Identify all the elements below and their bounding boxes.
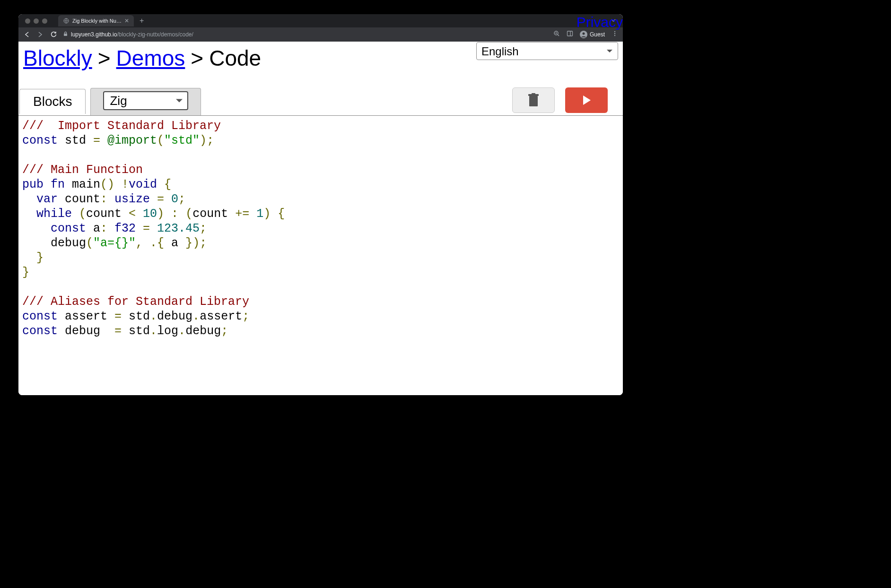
url-domain: lupyuen3.github.io [71, 31, 117, 38]
code-token: ; [242, 310, 249, 323]
lock-icon [63, 31, 68, 38]
code-token: 123.45 [157, 222, 200, 235]
svg-point-7 [614, 31, 615, 32]
code-token: while [36, 207, 72, 221]
guest-label: Guest [590, 31, 605, 38]
breadcrumb-current: Code [209, 45, 261, 71]
code-token: std [129, 310, 150, 323]
reload-icon[interactable] [50, 31, 57, 38]
code-token: const [51, 222, 86, 235]
breadcrumb-separator: > [191, 45, 203, 71]
code-token: const [22, 324, 58, 338]
code-token: count [86, 207, 129, 221]
code-token: 0 [171, 192, 178, 206]
tab-blocks[interactable]: Blocks [19, 89, 86, 114]
forward-icon[interactable] [36, 31, 44, 38]
new-tab-icon[interactable]: + [140, 17, 144, 25]
address-bar[interactable]: lupyuen3.github.io/blockly-zig-nuttx/dem… [63, 31, 548, 38]
code-token: std [58, 134, 93, 147]
close-dot[interactable] [25, 18, 30, 24]
code-token: @import [107, 134, 157, 147]
svg-point-9 [614, 35, 615, 36]
svg-point-8 [614, 33, 615, 34]
tabs-row: Blocks Zig [18, 87, 623, 116]
code-token: ( [86, 236, 93, 250]
breadcrumb: Blockly > Demos > Code [23, 45, 476, 71]
code-area: /// Import Standard Library const std = … [18, 116, 623, 341]
code-token: const [22, 310, 58, 323]
url-path: /blockly-zig-nuttx/demos/code/ [117, 31, 193, 38]
code-token: () [100, 178, 122, 191]
code-token: ( [72, 207, 86, 221]
code-token: ; [200, 236, 207, 250]
code-token: += [235, 207, 256, 221]
code-token: ) [200, 134, 207, 147]
code-token [22, 251, 36, 265]
code-token: a [86, 222, 100, 235]
browser-toolbar: lupyuen3.github.io/blockly-zig-nuttx/dem… [18, 27, 623, 42]
code-token: . [150, 324, 157, 338]
code-token: : [164, 207, 185, 221]
window-controls [22, 18, 47, 24]
minimize-dot[interactable] [34, 18, 39, 24]
menu-icon[interactable] [611, 30, 618, 39]
code-token: { [157, 178, 171, 191]
panel-icon[interactable] [567, 30, 573, 39]
breadcrumb-blockly-link[interactable]: Blockly [23, 45, 92, 71]
code-token: debug [58, 324, 114, 338]
code-token [22, 222, 51, 235]
code-token: ) [263, 207, 271, 221]
code-token: ( [157, 134, 164, 147]
code-token: const [22, 134, 58, 147]
code-line: /// Aliases for Standard Library [22, 295, 249, 309]
code-token: = [93, 134, 107, 147]
code-token: debug [185, 324, 221, 338]
page-content: Privacy Blockly > Demos > Code English B… [18, 42, 623, 395]
svg-rect-3 [567, 31, 572, 36]
code-token: assert [58, 310, 114, 323]
tab-favicon-icon [63, 17, 70, 24]
trash-button[interactable] [512, 87, 555, 113]
code-line: /// Import Standard Library [22, 119, 221, 133]
code-language-select-wrapper: Zig [103, 91, 188, 110]
language-select[interactable]: English [476, 42, 618, 60]
code-token: ! [122, 178, 129, 191]
code-token: : [100, 192, 114, 206]
code-token: usize [114, 192, 150, 206]
breadcrumb-separator: > [98, 45, 111, 71]
back-icon[interactable] [23, 31, 31, 38]
maximize-dot[interactable] [42, 18, 47, 24]
code-token: ) [157, 207, 164, 221]
code-token: count [58, 192, 100, 206]
code-token: ; [178, 192, 185, 206]
code-token: ; [200, 222, 207, 235]
header-row: Blockly > Demos > Code English [18, 42, 623, 71]
code-token: , . [136, 236, 157, 250]
code-token: ; [207, 134, 214, 147]
code-token: void [129, 178, 157, 191]
code-token: = [136, 222, 157, 235]
tab-close-icon[interactable]: ✕ [124, 17, 129, 24]
code-token: debug [51, 236, 86, 250]
code-language-select[interactable]: Zig [103, 91, 188, 110]
svg-rect-12 [532, 93, 535, 95]
run-button[interactable] [565, 87, 608, 113]
browser-tab-bar: Zig Blockly with NuttX Code ✕ + [18, 14, 623, 27]
guest-avatar-icon [580, 31, 587, 38]
code-token: : [100, 222, 114, 235]
breadcrumb-demos-link[interactable]: Demos [116, 45, 185, 71]
code-token: { [271, 207, 285, 221]
svg-point-6 [582, 33, 585, 35]
code-line: /// Main Function [22, 163, 143, 177]
code-token: . [192, 310, 200, 323]
guest-badge[interactable]: Guest [580, 31, 605, 38]
tab-code[interactable]: Zig [90, 88, 201, 115]
zoom-icon[interactable] [553, 30, 560, 39]
code-token [22, 207, 36, 221]
code-token: main [65, 178, 100, 191]
browser-tab[interactable]: Zig Blockly with NuttX Code ✕ [58, 15, 134, 26]
code-token: log [157, 324, 178, 338]
tab-title: Zig Blockly with NuttX Code [72, 18, 122, 24]
code-token: < [129, 207, 143, 221]
code-token: = [150, 192, 171, 206]
